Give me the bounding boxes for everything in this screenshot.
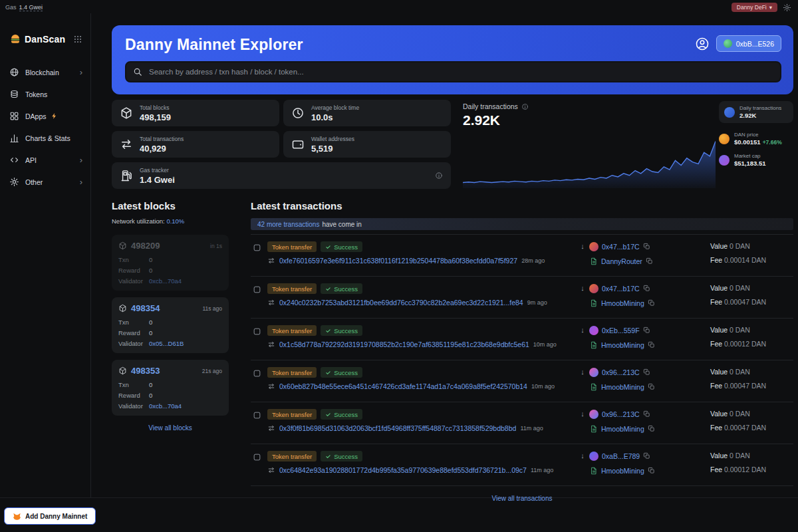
transaction-hash-link[interactable]: 0x3f0f81b6985d31063d2063bcf1fd54968ff375… xyxy=(279,424,516,432)
block-number-link[interactable]: 498209 xyxy=(131,241,160,251)
search-icon xyxy=(133,67,142,76)
to-address-link[interactable]: HmoobMining xyxy=(601,425,644,433)
copy-icon[interactable] xyxy=(643,327,650,334)
sidebar-item-dapps[interactable]: DApps xyxy=(9,105,82,127)
transaction-hash-link[interactable]: 0x60eb827b48e55ece6a451c467426cd3afe1174… xyxy=(279,382,527,390)
copy-icon[interactable] xyxy=(648,467,655,474)
view-all-transactions-link[interactable]: View all transactions xyxy=(251,495,793,502)
search-bar[interactable] xyxy=(125,61,781,82)
sidebar-item-blockchain[interactable]: Blockchain › xyxy=(9,61,82,83)
new-transactions-link[interactable]: 42 more transactions xyxy=(257,221,319,228)
apps-icon xyxy=(9,111,19,121)
validator-address-link[interactable]: 0xcb...70a4 xyxy=(149,402,182,410)
from-address-link[interactable]: 0x47...b17C xyxy=(602,243,640,251)
apps-grid-icon[interactable] xyxy=(73,35,82,44)
copy-icon[interactable] xyxy=(643,285,650,292)
transaction-hash-link[interactable]: 0xc64842e93a19028801772d4b995fa35a977063… xyxy=(279,466,527,474)
fee-label: Fee xyxy=(710,340,722,348)
sidebar-item-label: API xyxy=(25,156,37,164)
info-icon[interactable] xyxy=(521,103,529,110)
copy-icon[interactable] xyxy=(643,452,650,460)
to-address-link[interactable]: HmoobMining xyxy=(601,383,644,391)
block-card: 498354 11s ago Txn0 Reward0 Validator0x0… xyxy=(112,297,229,353)
stat-card-wallet-addresses: Wallet addresses 5,519 xyxy=(283,131,451,158)
brand-logo-icon xyxy=(9,33,21,45)
wallet-button[interactable]: 0xbB...E526 xyxy=(716,35,781,52)
gas-pump-icon xyxy=(120,169,133,182)
copy-icon[interactable] xyxy=(648,299,655,307)
copy-icon[interactable] xyxy=(648,425,655,432)
gas-tracker-link[interactable]: 1.4 Gwei xyxy=(19,4,43,11)
sidebar-item-api[interactable]: API › xyxy=(9,149,82,171)
view-all-blocks-link[interactable]: View all blocks xyxy=(112,424,229,432)
contract-icon xyxy=(590,383,598,391)
to-address-link[interactable]: HmoobMining xyxy=(601,299,644,307)
network-selector-label: Danny DeFi xyxy=(737,4,767,11)
from-address-link[interactable]: 0x96...213C xyxy=(602,368,640,376)
latest-blocks-title: Latest blocks xyxy=(112,200,229,211)
info-icon[interactable] xyxy=(435,172,443,180)
stat-value: 498,159 xyxy=(140,112,171,122)
transfer-arrows-icon xyxy=(267,382,275,390)
side-value: $51,183.51 xyxy=(734,160,766,167)
transaction-row: Token transfer Success 0x240c0232b7253ab… xyxy=(251,277,793,319)
brand: DanScan xyxy=(9,33,82,45)
transaction-row: Token transfer Success 0x3f0f81b6985d310… xyxy=(251,402,793,444)
stat-value: 40,929 xyxy=(140,144,184,154)
from-address-link[interactable]: 0x47...b17C xyxy=(602,285,640,293)
from-address-link[interactable]: 0x96...213C xyxy=(602,410,640,418)
check-icon xyxy=(325,328,331,334)
side-value: 2.92K xyxy=(739,112,781,119)
copy-icon[interactable] xyxy=(643,410,650,418)
sidebar-item-tokens[interactable]: Tokens xyxy=(9,83,82,105)
latest-transactions-section: Latest transactions 42 more transactions… xyxy=(251,200,793,502)
contract-icon xyxy=(590,257,598,265)
network-selector-button[interactable]: Danny DeFi ▾ xyxy=(732,3,777,12)
daily-transactions-chart xyxy=(463,136,716,188)
block-card: 498209 in 1s Txn0 Reward0 Validator0xcb.… xyxy=(112,235,229,291)
token-transfer-tag: Token transfer xyxy=(267,325,317,336)
price-change: +7.66% xyxy=(763,139,782,146)
network-utilization-value[interactable]: 0.10% xyxy=(166,217,184,225)
side-label: DAN price xyxy=(734,132,782,138)
copy-icon[interactable] xyxy=(646,257,653,265)
stat-card-average-block-time: Average block time 10.0s xyxy=(283,100,451,126)
add-network-button[interactable]: Add Danny Mainnet xyxy=(4,507,96,525)
to-address-link[interactable]: DannyRouter xyxy=(601,257,642,265)
to-address-link[interactable]: HmoobMining xyxy=(601,341,644,349)
settings-gear-icon[interactable] xyxy=(783,3,791,12)
address-avatar xyxy=(589,410,598,419)
contract-icon xyxy=(590,341,598,349)
transaction-hash-link[interactable]: 0xfe76016597e3e6f911c31c638f0116f1219b25… xyxy=(279,257,517,265)
arrow-down-icon: ↓ xyxy=(579,368,586,376)
stat-label: Gas tracker xyxy=(140,167,175,174)
from-address-link[interactable]: 0xaB...E789 xyxy=(602,452,640,460)
new-transactions-banner[interactable]: 42 more transactions have come in xyxy=(251,218,793,230)
validator-label: Validator xyxy=(118,402,149,410)
copy-icon[interactable] xyxy=(643,243,650,250)
block-number-link[interactable]: 498354 xyxy=(131,303,160,313)
from-address-link[interactable]: 0xEb...559F xyxy=(602,327,640,334)
transaction-hash-link[interactable]: 0x1c58d778a792292d31919708852b2c190e7af6… xyxy=(279,340,529,348)
transfer-arrows-icon xyxy=(267,466,275,474)
sidebar-item-other[interactable]: Other › xyxy=(9,171,82,193)
wallet-icon xyxy=(291,138,305,151)
search-input[interactable] xyxy=(148,67,773,76)
latest-transactions-title: Latest transactions xyxy=(251,200,793,211)
daily-transactions-panel: Daily transactions 2.92K Daily transacti… xyxy=(456,100,793,188)
transaction-type-icon xyxy=(253,411,261,420)
block-number-link[interactable]: 498353 xyxy=(131,366,160,376)
stat-value: 1.4 Gwei xyxy=(140,175,175,185)
copy-icon[interactable] xyxy=(648,383,655,390)
copy-icon[interactable] xyxy=(648,341,655,348)
token-transfer-tag: Token transfer xyxy=(267,283,317,294)
to-address-link[interactable]: HmoobMining xyxy=(601,467,644,475)
validator-label: Validator xyxy=(118,340,149,347)
transfer-arrows-icon xyxy=(267,340,275,348)
sidebar-item-charts-stats[interactable]: Charts & Stats xyxy=(9,127,82,149)
copy-icon[interactable] xyxy=(643,368,650,376)
validator-address-link[interactable]: 0xcb...70a4 xyxy=(149,277,182,285)
transaction-hash-link[interactable]: 0x240c0232b7253abd3121fb0ee69dd76cc3790c… xyxy=(279,299,523,307)
validator-address-link[interactable]: 0x05...D61B xyxy=(149,340,184,347)
profile-icon[interactable] xyxy=(695,37,710,51)
